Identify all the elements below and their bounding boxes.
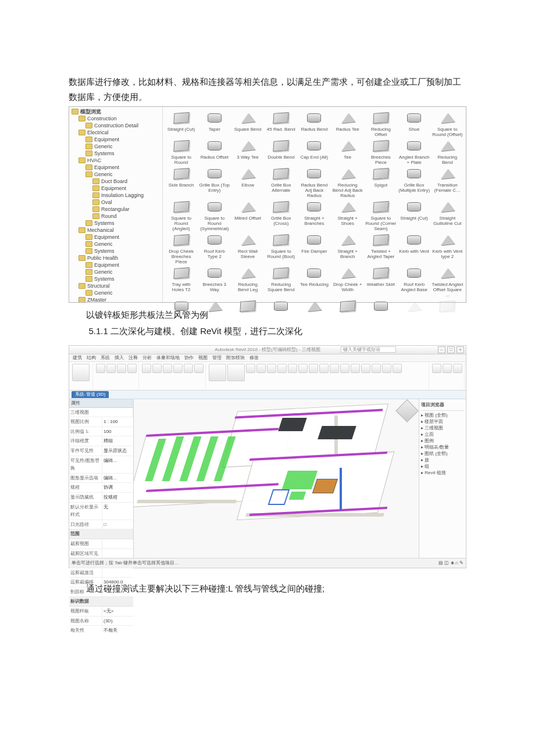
tree-node[interactable]: Generic	[85, 289, 162, 296]
part-item[interactable]: Kerb with Vent	[398, 231, 430, 264]
part-item[interactable]	[331, 298, 363, 314]
part-item[interactable]: Elbow	[231, 165, 263, 198]
part-item[interactable]: Side Branch	[165, 165, 197, 198]
tree-node[interactable]: Systems	[85, 275, 162, 282]
property-row[interactable]: 剖面框	[69, 587, 133, 597]
part-item[interactable]: Reducing Bend Adj Back Radius	[331, 165, 363, 198]
part-item[interactable]: Radius Bend	[298, 109, 330, 137]
property-row[interactable]: 裁剪视图	[69, 539, 133, 549]
tree-node[interactable]: HVAC	[79, 157, 162, 164]
part-item[interactable]: Straight + Branch	[331, 231, 363, 264]
part-item[interactable]: Tee	[331, 137, 363, 165]
part-item[interactable]: Cap End (All)	[298, 137, 330, 165]
ribbon-button[interactable]	[72, 364, 90, 381]
menu-item[interactable]: 管理	[212, 354, 222, 362]
view-cube-icon[interactable]	[395, 399, 419, 422]
part-item[interactable]: Twisted Angled Offset Square …	[431, 264, 463, 298]
tree-node[interactable]: Structural	[79, 282, 162, 289]
tree-node[interactable]: Equipment	[92, 185, 162, 192]
tree-node[interactable]: Round	[92, 213, 162, 220]
tree-node[interactable]: Equipment	[85, 234, 162, 241]
part-item[interactable]: Reducing Offset	[365, 109, 397, 137]
part-item[interactable]	[365, 298, 397, 314]
part-item[interactable]: Kerb with Vent type 2	[431, 231, 463, 264]
part-item[interactable]: Straight (Cut)	[398, 198, 430, 231]
browser-item[interactable]: ▸ 明细表/数量	[421, 444, 464, 450]
part-item[interactable]: Square to Round (Boot)	[265, 231, 297, 264]
part-item[interactable]: Twisted + Angled Taper	[365, 231, 397, 264]
menu-item[interactable]: 结构	[87, 354, 96, 362]
property-row[interactable]: 裁剪区域可见	[69, 549, 133, 559]
property-row[interactable]: 详细程度精细	[69, 436, 133, 446]
part-item[interactable]: Drop Cheek Breeches Piece	[165, 231, 197, 264]
tree-node[interactable]: Construction	[79, 115, 162, 122]
property-row[interactable]: 规程协调	[69, 483, 133, 493]
tree-node[interactable]: Oval	[92, 199, 162, 206]
part-item[interactable]: Square to Round	[165, 137, 197, 165]
property-row[interactable]: 图形显示选项编辑...	[69, 474, 133, 483]
tree-node[interactable]: Generic	[85, 171, 162, 178]
part-item[interactable]: Reducing Bend	[431, 137, 463, 165]
browser-item[interactable]: ▸ Revit 链接	[421, 470, 464, 476]
part-item[interactable]: Transition (Female C…	[431, 165, 463, 198]
part-item[interactable]: 45 Rad. Bend	[265, 109, 297, 137]
part-item[interactable]: Spigot	[365, 165, 397, 198]
part-item[interactable]: Grille Box (Multiple Entry)	[398, 165, 430, 198]
browser-item[interactable]: ▸ 立面	[421, 431, 464, 438]
tree-node[interactable]: Systems	[85, 150, 162, 157]
tree-node[interactable]: Mechanical	[79, 227, 162, 234]
browser-item[interactable]: ▸ 族	[421, 457, 464, 463]
property-row[interactable]: 相关性不相关	[69, 626, 133, 632]
browser-item[interactable]: ▸ 图纸 (全部)	[421, 450, 464, 457]
menu-item[interactable]: 体量和场地	[156, 354, 180, 362]
tree-node[interactable]: Equipment	[85, 261, 162, 268]
part-item[interactable]	[265, 298, 297, 314]
part-item[interactable]: Straight (Cut)	[165, 109, 197, 137]
menu-item[interactable]: 系统	[101, 354, 110, 362]
part-item[interactable]: Taper	[198, 109, 230, 137]
property-row[interactable]: 可见性/图形替换编辑...	[69, 456, 133, 474]
part-item[interactable]: Reducing Square Bend	[265, 264, 297, 298]
tree-node[interactable]: Construction Detail	[85, 122, 162, 129]
tree-node[interactable]: Systems	[85, 248, 162, 255]
tree-node[interactable]: Systems	[85, 220, 162, 227]
property-row[interactable]: 日光路径□	[69, 520, 133, 530]
menu-item[interactable]: 注释	[129, 354, 138, 362]
part-item[interactable]	[298, 298, 330, 314]
minimize-icon[interactable]: –	[438, 346, 445, 353]
property-row[interactable]: 默认分析显示样式无	[69, 503, 133, 520]
part-item[interactable]: Breeches 3 Way	[198, 264, 230, 298]
part-item[interactable]: Breeches Piece	[365, 137, 397, 165]
ribbon-button[interactable]	[96, 364, 105, 373]
part-item[interactable]: Radius Bend Adj Back Radius	[298, 165, 330, 198]
part-item[interactable]: Double Bend	[265, 137, 297, 165]
part-item[interactable]: Straight + Shoes	[331, 198, 363, 231]
menu-item[interactable]: 分析	[142, 354, 152, 362]
part-item[interactable]: Radius Offset	[198, 137, 230, 165]
menu-item[interactable]: 视图	[198, 354, 208, 362]
part-item[interactable]: Grille Box Alternate	[265, 165, 297, 198]
part-item[interactable]	[398, 298, 430, 314]
part-item[interactable]: Square to Round (Corner Seam)	[365, 198, 397, 231]
property-row[interactable]: 远剪裁偏移304800.0	[69, 578, 133, 587]
property-row[interactable]: 视图样板<无>	[69, 607, 133, 617]
menu-item[interactable]: 建筑	[73, 354, 82, 362]
browser-item[interactable]: ▸ 组	[421, 463, 464, 470]
tree-node[interactable]: Electrical	[79, 129, 162, 136]
part-item[interactable]: Angled Branch + Plate	[398, 137, 430, 165]
part-item[interactable]: Square to Round (Offset)	[431, 109, 463, 137]
tree-node[interactable]: Rectangular	[92, 206, 162, 213]
viewport-tab-active[interactable]: 系统-管道 (3D)	[72, 391, 109, 398]
tree-node[interactable]: Generic	[85, 241, 162, 248]
tree-node[interactable]: Equipment	[85, 136, 162, 143]
part-item[interactable]: Straight Guillotine Cut	[431, 198, 463, 231]
part-item[interactable]: Grille Box (Cross)	[265, 198, 297, 231]
part-item[interactable]: Rect Wall Sleeve	[231, 231, 263, 264]
part-item[interactable]: Radius Tee	[331, 109, 363, 137]
property-row[interactable]: 远剪裁激活	[69, 568, 133, 578]
part-item[interactable]: Square to Round (Angled)	[165, 198, 197, 231]
tree-node[interactable]: Equipment	[85, 164, 162, 171]
browser-item[interactable]: ▸ 视图 (全部)	[421, 412, 464, 418]
menu-item[interactable]: 附加模块	[226, 354, 245, 362]
property-row[interactable]: 显示隐藏线按规程	[69, 493, 133, 503]
